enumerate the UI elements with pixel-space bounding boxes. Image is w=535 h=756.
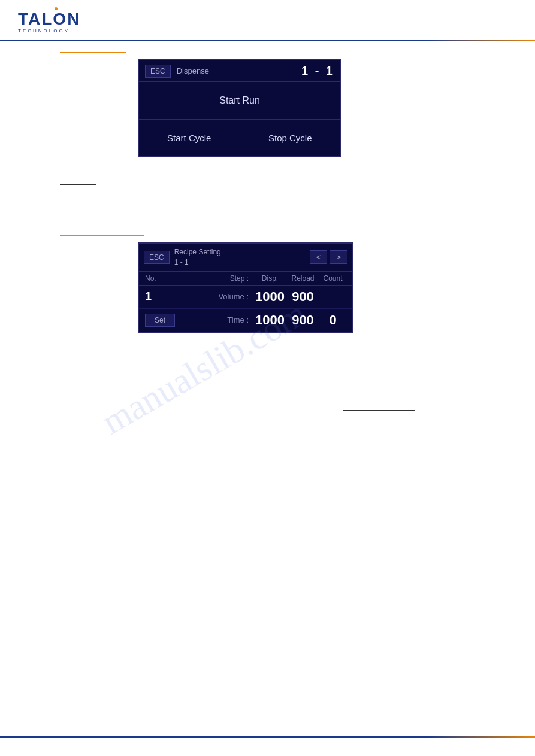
col-step-header: Step : xyxy=(175,274,253,283)
dispense-esc-button[interactable]: ESC xyxy=(145,65,171,78)
recipe-time-count[interactable]: 0 xyxy=(319,312,346,328)
text-underline-5 xyxy=(439,431,475,438)
recipe-prev-button[interactable]: < xyxy=(310,250,328,264)
text-underline-3 xyxy=(232,417,304,424)
recipe-volume-reload[interactable]: 900 xyxy=(286,289,319,305)
logo-text: TALON xyxy=(18,11,80,28)
logo: TALON TECHNOLOGY xyxy=(18,11,80,34)
stop-cycle-button[interactable]: Stop Cycle xyxy=(240,120,341,156)
panel-title: Dispense xyxy=(171,66,301,75)
col-disp-header: Disp. xyxy=(253,274,286,283)
recipe-title-line1: Recipe Setting xyxy=(174,247,307,257)
recipe-volume-label: Volume : xyxy=(175,292,253,301)
start-run-button[interactable]: Start Run xyxy=(139,82,340,120)
col-count-header: Count xyxy=(319,274,346,283)
section-divider-2 xyxy=(60,235,144,236)
logo-subtitle: TECHNOLOGY xyxy=(18,28,80,34)
recipe-row-time: Set Time : 1000 900 0 xyxy=(139,309,352,332)
recipe-row-volume: 1 Volume : 1000 900 xyxy=(139,286,352,309)
recipe-title: Recipe Setting 1 - 1 xyxy=(170,247,307,268)
panel-number: 1 - 1 xyxy=(301,64,334,78)
recipe-row1-number: 1 xyxy=(145,290,175,303)
header: TALON TECHNOLOGY xyxy=(0,0,535,34)
main-content: ESC Dispense 1 - 1 Start Run Start Cycle… xyxy=(0,52,535,441)
recipe-column-headers: No. Step : Disp. Reload Count xyxy=(139,272,352,286)
recipe-next-button[interactable]: > xyxy=(330,250,347,264)
text-underline-4 xyxy=(60,431,180,438)
text-underline-2 xyxy=(343,403,415,411)
cycle-buttons: Start Cycle Stop Cycle xyxy=(139,120,340,156)
panel-header: ESC Dispense 1 - 1 xyxy=(139,60,340,82)
text-underline-1 xyxy=(60,178,96,185)
start-cycle-button[interactable]: Start Cycle xyxy=(139,120,240,156)
footer-divider xyxy=(0,736,535,738)
text-area-1 xyxy=(60,199,475,223)
col-no-header: No. xyxy=(145,274,175,283)
lower-text-area xyxy=(60,351,475,441)
recipe-panel: ESC Recipe Setting 1 - 1 < > No. Step : … xyxy=(138,242,353,333)
text-lines-1 xyxy=(60,175,475,187)
col-reload-header: Reload xyxy=(286,274,319,283)
recipe-header: ESC Recipe Setting 1 - 1 < > xyxy=(139,244,352,272)
recipe-volume-disp[interactable]: 1000 xyxy=(253,289,286,305)
recipe-time-disp[interactable]: 1000 xyxy=(253,312,286,328)
recipe-time-label: Time : xyxy=(175,315,253,324)
recipe-time-reload[interactable]: 900 xyxy=(286,312,319,328)
dispense-panel: ESC Dispense 1 - 1 Start Run Start Cycle… xyxy=(138,59,341,157)
recipe-esc-button[interactable]: ESC xyxy=(144,251,170,264)
header-divider xyxy=(0,40,535,41)
recipe-title-line2: 1 - 1 xyxy=(174,257,307,268)
recipe-set-button[interactable]: Set xyxy=(145,314,175,327)
section-divider-1 xyxy=(60,52,126,53)
